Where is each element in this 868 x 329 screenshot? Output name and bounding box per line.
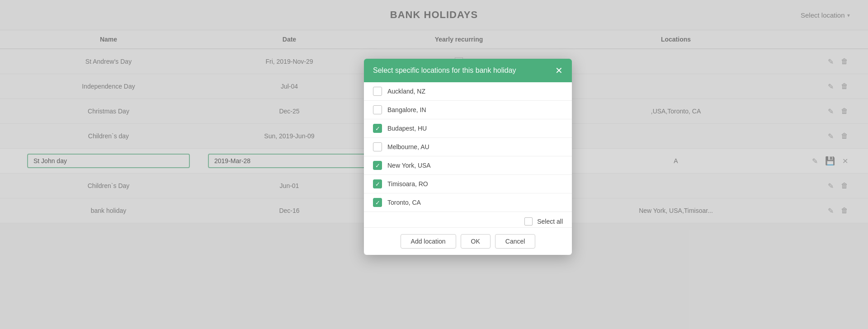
location-name: Melbourne, AU xyxy=(387,143,429,150)
location-name: Bangalore, IN xyxy=(387,106,426,113)
list-item[interactable]: ✓ Timisoara, RO xyxy=(364,175,572,193)
location-name: Auckland, NZ xyxy=(387,88,425,95)
modal-body: Auckland, NZ Bangalore, IN ✓ Budapest, H… xyxy=(364,82,572,227)
ok-button[interactable]: OK xyxy=(461,234,491,249)
modal-overlay: Select specific locations for this bank … xyxy=(0,0,868,329)
list-item[interactable]: Auckland, NZ xyxy=(364,82,572,101)
list-item[interactable]: ✓ Budapest, HU xyxy=(364,119,572,138)
modal-footer: Add location OK Cancel xyxy=(364,227,572,255)
location-name: Budapest, HU xyxy=(387,125,427,132)
location-checkbox[interactable] xyxy=(373,87,382,96)
list-item[interactable]: ✓ New York, USA xyxy=(364,156,572,175)
select-all-label: Select all xyxy=(537,218,563,225)
modal-close-button[interactable]: ✕ xyxy=(555,66,563,75)
add-location-button[interactable]: Add location xyxy=(401,234,456,249)
cancel-button[interactable]: Cancel xyxy=(495,234,536,249)
location-checkbox[interactable]: ✓ xyxy=(373,179,382,188)
list-item[interactable]: ✓ Toronto, CA xyxy=(364,193,572,212)
location-checkbox[interactable] xyxy=(373,142,382,151)
location-checkbox[interactable]: ✓ xyxy=(373,198,382,207)
location-name: Timisoara, RO xyxy=(387,180,428,188)
list-item[interactable]: Bangalore, IN xyxy=(364,101,572,119)
location-checkbox[interactable]: ✓ xyxy=(373,124,382,133)
select-all-row: Select all xyxy=(364,212,572,227)
location-name: New York, USA xyxy=(387,162,431,169)
page-background: BANK HOLIDAYS Select location ▾ Name Dat… xyxy=(0,0,868,329)
select-all-checkbox[interactable] xyxy=(524,217,533,226)
location-modal: Select specific locations for this bank … xyxy=(364,59,572,255)
modal-title: Select specific locations for this bank … xyxy=(373,66,516,75)
location-checkbox[interactable]: ✓ xyxy=(373,161,382,170)
list-item[interactable]: Melbourne, AU xyxy=(364,138,572,156)
location-name: Toronto, CA xyxy=(387,199,421,206)
location-checkbox[interactable] xyxy=(373,105,382,114)
modal-header: Select specific locations for this bank … xyxy=(364,59,572,82)
